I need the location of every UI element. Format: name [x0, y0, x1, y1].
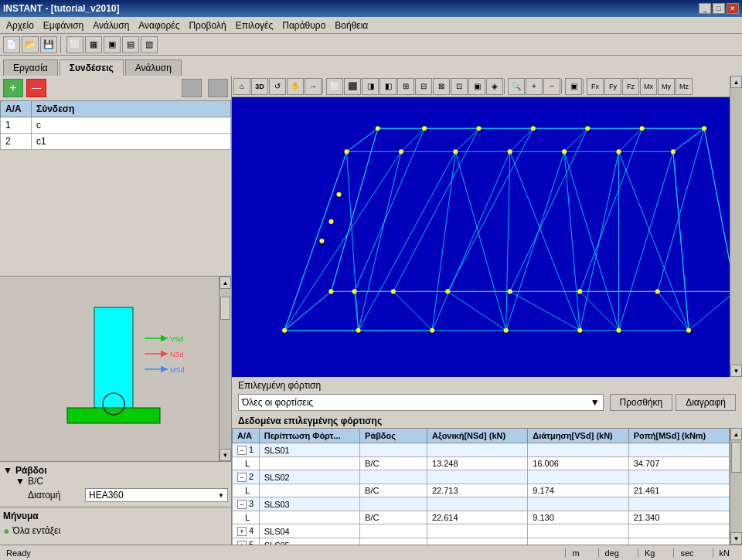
view-btn-5[interactable]: ⊞ — [397, 78, 414, 95]
fz-btn[interactable]: Fz — [622, 78, 639, 95]
tool-btn-3[interactable]: ▣ — [104, 36, 121, 53]
mx-btn[interactable]: Mx — [640, 78, 657, 95]
tool-btn-1[interactable]: ⬜ — [66, 36, 83, 53]
expand-icon[interactable]: − — [237, 500, 247, 509]
svg-point-94 — [376, 126, 380, 131]
fx-btn[interactable]: Fx — [587, 78, 604, 95]
svg-point-82 — [445, 289, 450, 294]
expand-icon[interactable]: + — [237, 541, 247, 545]
minimize-button[interactable]: _ — [699, 3, 711, 14]
table-row[interactable]: − 3 SLS03 — [233, 497, 730, 511]
svg-line-57 — [510, 128, 588, 291]
table-scroll-up[interactable]: ▲ — [730, 428, 742, 440]
view-btn-1[interactable]: ⬜ — [326, 78, 343, 95]
viewport-scroll-down[interactable]: ▼ — [730, 365, 742, 377]
rhabdoi-expand[interactable]: ▼ — [3, 465, 12, 476]
svg-point-92 — [616, 149, 621, 154]
view-btn-3[interactable]: ◨ — [362, 78, 379, 95]
menu-reports[interactable]: Αναφορές — [134, 19, 184, 32]
view-btn-2[interactable]: ⬛ — [344, 78, 361, 95]
maximize-button[interactable]: □ — [713, 3, 725, 14]
add-connection-button[interactable]: + — [3, 79, 23, 97]
bc-expand[interactable]: ▼ — [15, 476, 25, 487]
cross-section-scrollbar[interactable]: ▲ ▼ — [219, 277, 231, 461]
tool-btn-5[interactable]: ▥ — [141, 36, 158, 53]
viewport-vertical-scrollbar[interactable]: ▲ ▼ — [730, 76, 742, 377]
menu-options[interactable]: Επιλογές — [231, 19, 278, 32]
add-load-button[interactable]: Προσθήκη — [610, 394, 673, 411]
delete-load-button[interactable]: Διαγραφή — [676, 394, 736, 411]
save-button[interactable]: 💾 — [40, 36, 57, 53]
zoom-out-btn[interactable]: − — [543, 78, 560, 95]
expand-icon[interactable]: + — [237, 527, 247, 536]
action-btn-1[interactable] — [182, 79, 202, 97]
tool-btn-2[interactable]: ▦ — [85, 36, 102, 53]
section-dropdown[interactable]: HEA360 ▼ — [85, 488, 228, 502]
sub-axial: 13.248 — [427, 457, 527, 470]
select-btn[interactable]: ▣ — [565, 78, 582, 95]
tab-syndeseis[interactable]: Συνδέσεις — [60, 59, 124, 76]
action-btn-2[interactable] — [208, 79, 228, 97]
delete-connection-button[interactable]: — — [26, 79, 46, 97]
menu-view[interactable]: Εμφάνιση — [39, 19, 88, 32]
svg-line-67 — [393, 291, 432, 330]
view-btn-9[interactable]: ▣ — [468, 78, 485, 95]
view-btn-7[interactable]: ⊠ — [433, 78, 450, 95]
tab-ergasia[interactable]: Εργασία — [3, 59, 58, 76]
svg-line-59 — [658, 128, 704, 291]
viewport-scroll-up[interactable]: ▲ — [730, 76, 742, 88]
connection-row-2[interactable]: 2 c1 — [1, 134, 231, 150]
cross-section-preview: ▲ ▼ VSd NSd — [0, 277, 231, 462]
zoom-btn[interactable]: 🔍 — [508, 78, 525, 95]
scroll-down-button[interactable]: ▼ — [220, 449, 231, 461]
new-button[interactable]: 📄 — [3, 36, 20, 53]
fy-btn[interactable]: Fy — [604, 78, 621, 95]
message-text: Όλα εντάξει — [12, 525, 60, 536]
menu-help[interactable]: Βοήθεια — [330, 19, 373, 32]
svg-line-42 — [455, 128, 478, 151]
pan2-btn[interactable]: → — [305, 78, 322, 95]
pan-btn[interactable]: ✋ — [287, 78, 304, 95]
load-dropdown[interactable]: Όλες οι φορτίσεις ▼ — [238, 394, 604, 411]
open-button[interactable]: 📂 — [22, 36, 39, 53]
menu-window[interactable]: Παράθυρο — [277, 19, 330, 32]
table-scroll-thumb[interactable] — [731, 442, 741, 473]
svg-line-34 — [506, 151, 564, 330]
viewport-3d[interactable]: ⌂ 3D ↺ ✋ → ⬜ ⬛ ◨ ◧ ⊞ ⊟ ⊠ ⊡ ▣ ◈ 🔍 + − — [232, 76, 742, 377]
mz-btn[interactable]: Mz — [676, 78, 693, 95]
tool-btn-4[interactable]: ▤ — [122, 36, 139, 53]
expand-icon[interactable]: − — [237, 446, 247, 455]
load-selection-label: Επιλεγμένη φόρτιση — [238, 380, 321, 391]
sub-id: L — [233, 484, 260, 497]
3d-view-btn[interactable]: 3D — [251, 78, 268, 95]
connection-row-1[interactable]: 1 c — [1, 117, 231, 134]
close-button[interactable]: ✕ — [727, 3, 739, 14]
view-btn-10[interactable]: ◈ — [486, 78, 503, 95]
view-btn-8[interactable]: ⊡ — [451, 78, 468, 95]
view-btn-6[interactable]: ⊟ — [415, 78, 432, 95]
menu-preview[interactable]: Προβολή — [184, 19, 230, 32]
menu-analysis[interactable]: Ανάλυση — [88, 19, 134, 32]
table-row[interactable]: + 4 SLS04 — [233, 524, 730, 538]
expand-icon[interactable]: − — [237, 473, 247, 482]
rhabdoi-title: Ράβδοι — [15, 465, 47, 476]
svg-line-31 — [359, 151, 456, 330]
zoom-in-btn[interactable]: + — [526, 78, 543, 95]
table-row[interactable]: − 2 SLS02 — [233, 470, 730, 484]
scroll-up-button[interactable]: ▲ — [220, 277, 231, 289]
tab-analysis[interactable]: Ανάλυση — [125, 59, 182, 76]
table-row[interactable]: − 1 SLS01 — [233, 443, 730, 457]
rotate-btn[interactable]: ↺ — [269, 78, 286, 95]
sub-rod: B/C — [360, 457, 427, 470]
home-view-btn[interactable]: ⌂ — [233, 78, 250, 95]
my-btn[interactable]: My — [658, 78, 675, 95]
title-bar: INSTANT - [tutorial_v2010] _ □ ✕ — [0, 0, 742, 17]
view-btn-4[interactable]: ◧ — [380, 78, 397, 95]
table-scroll-down[interactable]: ▼ — [730, 532, 742, 545]
table-row[interactable]: + 5 SLS05 — [233, 538, 730, 545]
row-moment — [628, 497, 729, 511]
menu-file[interactable]: Αρχείο — [2, 19, 39, 32]
scroll-thumb[interactable] — [220, 297, 230, 320]
mesh-canvas — [232, 97, 730, 377]
table-scrollbar[interactable]: ▲ ▼ — [730, 428, 742, 545]
